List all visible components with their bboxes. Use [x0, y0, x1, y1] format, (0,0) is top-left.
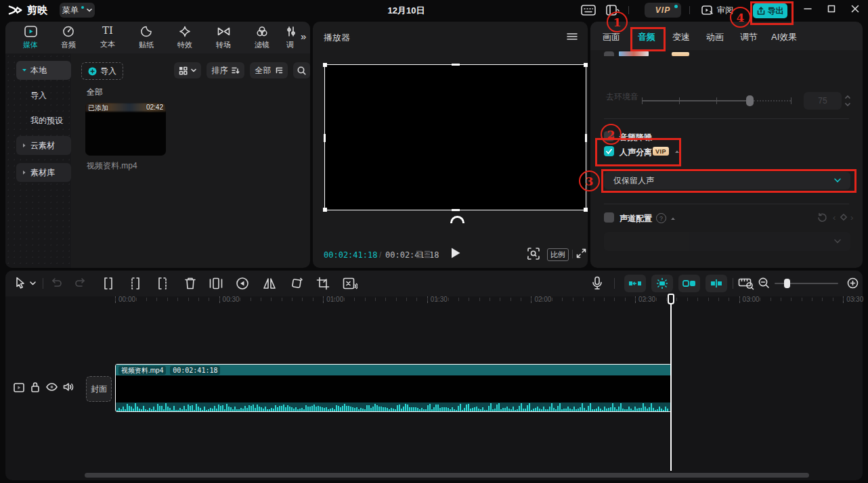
ambient-slider-track[interactable] — [642, 100, 750, 101]
media-item-thumbnail[interactable]: 已添加 02:42 — [85, 103, 166, 156]
ratio-button[interactable]: 比例 — [547, 248, 569, 261]
player-menu-icon[interactable] — [567, 32, 578, 41]
track-split-toggle[interactable] — [706, 275, 727, 292]
zoom-out-icon[interactable] — [758, 277, 770, 289]
tab-audio-settings[interactable]: 音频 — [638, 31, 655, 43]
window-minimize-button[interactable] — [803, 4, 812, 14]
tab-speed[interactable]: 变速 — [672, 31, 690, 43]
tab-filters[interactable]: 滤镜 — [244, 26, 280, 50]
timeline-clip[interactable]: 视频资料.mp4 00:02:41:18 — [115, 364, 672, 412]
keyframe-next-icon[interactable]: › — [850, 212, 853, 223]
review-button[interactable]: 审阅 — [701, 3, 733, 18]
sidebar-item-cloud[interactable]: 云素材 — [16, 136, 71, 155]
redo-icon[interactable] — [74, 277, 87, 289]
collapse-caret-icon[interactable] — [674, 150, 680, 154]
delete-icon[interactable] — [184, 277, 196, 290]
tab-animation[interactable]: 动画 — [706, 31, 724, 43]
handle-bottom-left[interactable] — [323, 208, 327, 212]
play-button[interactable] — [450, 247, 461, 259]
mirror-icon[interactable] — [262, 277, 277, 290]
filter-button[interactable]: 全部 — [250, 62, 288, 78]
handle-mid-bottom[interactable] — [452, 209, 460, 211]
cover-button[interactable]: 封面 — [86, 376, 112, 402]
split-icon[interactable] — [102, 277, 115, 290]
window-close-button[interactable] — [850, 4, 860, 14]
auto-snap-toggle[interactable] — [624, 275, 646, 292]
reset-icon[interactable] — [817, 212, 827, 223]
export-button[interactable]: 导出 — [753, 3, 787, 18]
handle-mid-left[interactable] — [324, 134, 326, 142]
sidebar-item-local[interactable]: 本地 — [16, 61, 71, 80]
handle-bottom-right[interactable] — [584, 208, 588, 212]
shortcut-keyboard-icon[interactable] — [581, 5, 596, 16]
tab-sticker[interactable]: 贴纸 — [129, 26, 164, 50]
sidebar-item-stock[interactable]: 素材库 — [16, 163, 71, 182]
matting-icon[interactable] — [343, 277, 357, 290]
track-lock-icon[interactable] — [30, 382, 40, 392]
reverse-icon[interactable] — [236, 277, 249, 290]
collapse-caret-icon-2[interactable] — [670, 216, 676, 221]
menu-button-label: 菜单 — [62, 5, 79, 16]
focus-preview-icon[interactable] — [527, 248, 540, 260]
select-tool-icon[interactable] — [15, 277, 26, 289]
ambient-stepper[interactable] — [844, 93, 852, 109]
menu-button[interactable]: 菜单 — [60, 3, 95, 18]
playhead-line[interactable] — [670, 294, 672, 471]
tab-effects[interactable]: 特效 — [167, 26, 202, 50]
track-mute-icon[interactable] — [63, 382, 74, 392]
import-media-button[interactable]: 导入 — [81, 62, 123, 80]
tab-video[interactable]: 画面 — [603, 31, 620, 43]
window-maximize-button[interactable] — [827, 4, 836, 14]
timeline-scrollbar[interactable] — [85, 473, 809, 478]
record-voiceover-icon[interactable] — [592, 276, 603, 290]
sidebar-item-import[interactable]: 导入 — [16, 86, 71, 105]
keyframe-prev-icon[interactable]: ‹ — [833, 212, 836, 223]
tab-transitions[interactable]: 转场 — [206, 26, 241, 50]
fullscreen-icon[interactable] — [576, 248, 586, 258]
linkage-toggle[interactable] — [651, 275, 673, 292]
frame-step-icon[interactable] — [416, 250, 431, 259]
search-button[interactable] — [293, 62, 310, 78]
sidebar-item-presets[interactable]: 我的预设 — [16, 111, 71, 130]
handle-mid-right[interactable] — [585, 134, 587, 142]
help-icon[interactable]: ? — [656, 213, 666, 223]
zoom-in-icon[interactable] — [847, 277, 859, 289]
split-delete-right-icon[interactable] — [156, 277, 169, 290]
channel-config-checkbox[interactable] — [604, 212, 614, 223]
timeline-zoom-slider-handle[interactable] — [784, 279, 790, 288]
ambient-slider-handle[interactable] — [746, 95, 754, 106]
tab-adjustment[interactable]: 调节 — [740, 31, 758, 43]
keyframe-add-icon[interactable] — [840, 213, 848, 221]
handle-mid-top[interactable] — [452, 64, 460, 66]
select-tool-chevron[interactable] — [30, 281, 36, 285]
track-visibility-icon[interactable] — [46, 383, 58, 391]
tab-adjust-partial[interactable]: 调 — [286, 26, 296, 50]
tab-ai-effects[interactable]: AI效果 — [771, 31, 797, 43]
fit-timeline-icon[interactable] — [738, 277, 754, 290]
crop-icon[interactable] — [316, 277, 330, 290]
preview-axis-toggle[interactable] — [678, 275, 700, 292]
view-mode-button[interactable] — [174, 62, 201, 78]
undo-icon[interactable] — [50, 277, 62, 289]
more-tabs-chevron[interactable]: » — [301, 30, 306, 42]
freeze-frame-icon[interactable] — [209, 277, 223, 290]
vocal-separation-checkbox[interactable] — [604, 146, 614, 156]
clipped-checkbox — [604, 51, 614, 56]
tab-media[interactable]: 媒体 — [13, 26, 48, 50]
slider-tick-4 — [791, 97, 791, 104]
rotate-icon[interactable] — [290, 277, 303, 290]
rotate-handle[interactable] — [450, 216, 464, 223]
review-icon — [701, 5, 714, 16]
tab-audio[interactable]: 音频 — [51, 26, 86, 50]
handle-top-right[interactable] — [584, 63, 588, 67]
split-delete-left-icon[interactable] — [129, 277, 142, 290]
ambient-value-box[interactable]: 75 — [804, 92, 842, 110]
channel-dropdown[interactable] — [604, 232, 850, 251]
handle-top-left[interactable] — [323, 63, 327, 67]
playhead-handle[interactable] — [668, 294, 674, 304]
video-preview[interactable] — [324, 64, 586, 210]
vocal-mode-dropdown[interactable]: 仅保留人声 — [604, 172, 850, 189]
tab-text[interactable]: TI 文本 — [90, 25, 125, 49]
vip-button[interactable]: VIP — [645, 3, 681, 18]
sort-button[interactable]: 排序 — [207, 62, 244, 78]
